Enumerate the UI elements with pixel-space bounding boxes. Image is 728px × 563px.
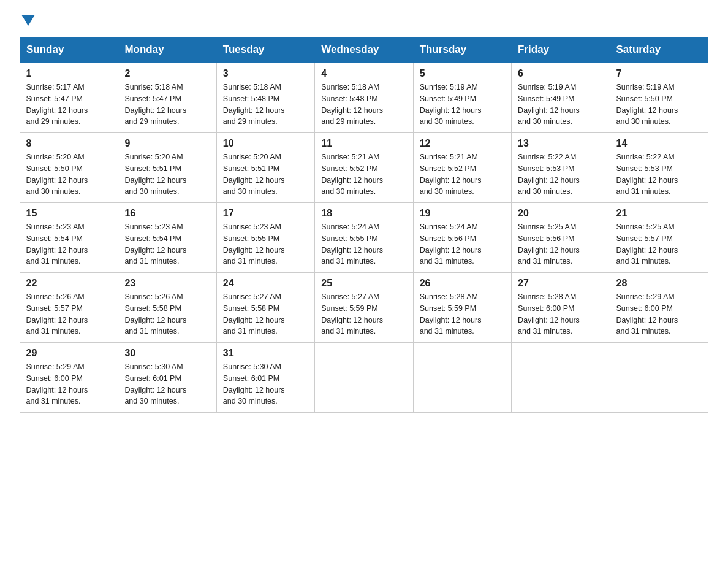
day-info: Sunrise: 5:30 AMSunset: 6:01 PMDaylight:… <box>223 362 285 405</box>
weekday-header-friday: Friday <box>512 37 610 63</box>
day-number: 4 <box>321 68 406 79</box>
calendar-day-cell: 16 Sunrise: 5:23 AMSunset: 5:54 PMDaylig… <box>118 203 216 273</box>
calendar-day-cell: 27 Sunrise: 5:28 AMSunset: 6:00 PMDaylig… <box>512 273 610 343</box>
day-info: Sunrise: 5:25 AMSunset: 5:57 PMDaylight:… <box>616 223 678 266</box>
calendar-day-cell: 20 Sunrise: 5:25 AMSunset: 5:56 PMDaylig… <box>512 203 610 273</box>
day-number: 26 <box>420 278 505 289</box>
calendar-day-cell: 11 Sunrise: 5:21 AMSunset: 5:52 PMDaylig… <box>315 133 413 203</box>
day-number: 10 <box>223 138 308 149</box>
calendar-day-cell: 25 Sunrise: 5:27 AMSunset: 5:59 PMDaylig… <box>315 273 413 343</box>
day-info: Sunrise: 5:19 AMSunset: 5:49 PMDaylight:… <box>420 83 482 126</box>
calendar-day-cell: 22 Sunrise: 5:26 AMSunset: 5:57 PMDaylig… <box>20 273 118 343</box>
calendar-day-cell: 23 Sunrise: 5:26 AMSunset: 5:58 PMDaylig… <box>118 273 216 343</box>
day-info: Sunrise: 5:23 AMSunset: 5:54 PMDaylight:… <box>124 223 186 266</box>
calendar-week-row: 1 Sunrise: 5:17 AMSunset: 5:47 PMDayligh… <box>20 63 708 133</box>
day-number: 14 <box>616 138 702 149</box>
calendar-day-cell: 12 Sunrise: 5:21 AMSunset: 5:52 PMDaylig… <box>413 133 511 203</box>
day-number: 3 <box>223 68 308 79</box>
calendar-day-cell: 31 Sunrise: 5:30 AMSunset: 6:01 PMDaylig… <box>216 343 314 413</box>
day-info: Sunrise: 5:18 AMSunset: 5:48 PMDaylight:… <box>223 83 285 126</box>
calendar-day-cell: 14 Sunrise: 5:22 AMSunset: 5:53 PMDaylig… <box>610 133 708 203</box>
day-info: Sunrise: 5:29 AMSunset: 6:00 PMDaylight:… <box>616 293 678 335</box>
calendar-table: SundayMondayTuesdayWednesdayThursdayFrid… <box>20 37 708 413</box>
calendar-day-cell: 21 Sunrise: 5:25 AMSunset: 5:57 PMDaylig… <box>610 203 708 273</box>
day-info: Sunrise: 5:22 AMSunset: 5:53 PMDaylight:… <box>518 153 580 196</box>
day-number: 22 <box>26 278 112 289</box>
calendar-day-cell <box>610 343 708 413</box>
day-number: 2 <box>124 68 210 79</box>
day-info: Sunrise: 5:19 AMSunset: 5:49 PMDaylight:… <box>518 83 580 126</box>
day-number: 19 <box>420 208 505 219</box>
calendar-day-cell: 2 Sunrise: 5:18 AMSunset: 5:47 PMDayligh… <box>118 63 216 133</box>
day-info: Sunrise: 5:23 AMSunset: 5:54 PMDaylight:… <box>26 223 88 266</box>
calendar-day-cell: 28 Sunrise: 5:29 AMSunset: 6:00 PMDaylig… <box>610 273 708 343</box>
day-info: Sunrise: 5:28 AMSunset: 6:00 PMDaylight:… <box>518 293 580 335</box>
day-info: Sunrise: 5:18 AMSunset: 5:48 PMDaylight:… <box>321 83 383 126</box>
day-number: 5 <box>420 68 505 79</box>
day-number: 1 <box>26 68 112 79</box>
day-info: Sunrise: 5:27 AMSunset: 5:59 PMDaylight:… <box>321 293 383 335</box>
weekday-header-thursday: Thursday <box>413 37 511 63</box>
day-number: 21 <box>616 208 702 219</box>
weekday-header-sunday: Sunday <box>20 37 118 63</box>
day-info: Sunrise: 5:19 AMSunset: 5:50 PMDaylight:… <box>616 83 678 126</box>
svg-marker-0 <box>21 15 35 26</box>
day-info: Sunrise: 5:18 AMSunset: 5:47 PMDaylight:… <box>124 83 186 126</box>
calendar-day-cell: 10 Sunrise: 5:20 AMSunset: 5:51 PMDaylig… <box>216 133 314 203</box>
day-number: 15 <box>26 208 112 219</box>
calendar-day-cell: 18 Sunrise: 5:24 AMSunset: 5:55 PMDaylig… <box>315 203 413 273</box>
weekday-header-wednesday: Wednesday <box>315 37 413 63</box>
day-number: 31 <box>223 348 308 359</box>
weekday-header-saturday: Saturday <box>610 37 708 63</box>
calendar-body: 1 Sunrise: 5:17 AMSunset: 5:47 PMDayligh… <box>20 63 708 413</box>
calendar-day-cell: 1 Sunrise: 5:17 AMSunset: 5:47 PMDayligh… <box>20 63 118 133</box>
calendar-day-cell: 13 Sunrise: 5:22 AMSunset: 5:53 PMDaylig… <box>512 133 610 203</box>
day-number: 28 <box>616 278 702 289</box>
calendar-day-cell <box>413 343 511 413</box>
weekday-header-monday: Monday <box>118 37 216 63</box>
calendar-day-cell: 15 Sunrise: 5:23 AMSunset: 5:54 PMDaylig… <box>20 203 118 273</box>
day-info: Sunrise: 5:20 AMSunset: 5:50 PMDaylight:… <box>26 153 88 196</box>
day-number: 6 <box>518 68 603 79</box>
day-number: 27 <box>518 278 603 289</box>
calendar-day-cell: 7 Sunrise: 5:19 AMSunset: 5:50 PMDayligh… <box>610 63 708 133</box>
day-info: Sunrise: 5:28 AMSunset: 5:59 PMDaylight:… <box>420 293 482 335</box>
calendar-day-cell: 30 Sunrise: 5:30 AMSunset: 6:01 PMDaylig… <box>118 343 216 413</box>
calendar-day-cell <box>315 343 413 413</box>
day-info: Sunrise: 5:22 AMSunset: 5:53 PMDaylight:… <box>616 153 678 196</box>
day-number: 9 <box>124 138 210 149</box>
logo-triangle-icon <box>21 15 35 28</box>
calendar-day-cell <box>512 343 610 413</box>
calendar-day-cell: 8 Sunrise: 5:20 AMSunset: 5:50 PMDayligh… <box>20 133 118 203</box>
day-info: Sunrise: 5:25 AMSunset: 5:56 PMDaylight:… <box>518 223 580 266</box>
day-info: Sunrise: 5:29 AMSunset: 6:00 PMDaylight:… <box>26 362 88 405</box>
calendar-week-row: 8 Sunrise: 5:20 AMSunset: 5:50 PMDayligh… <box>20 133 708 203</box>
day-info: Sunrise: 5:26 AMSunset: 5:57 PMDaylight:… <box>26 293 88 335</box>
calendar-week-row: 29 Sunrise: 5:29 AMSunset: 6:00 PMDaylig… <box>20 343 708 413</box>
day-info: Sunrise: 5:23 AMSunset: 5:55 PMDaylight:… <box>223 223 285 266</box>
day-info: Sunrise: 5:27 AMSunset: 5:58 PMDaylight:… <box>223 293 285 335</box>
day-info: Sunrise: 5:24 AMSunset: 5:56 PMDaylight:… <box>420 223 482 266</box>
calendar-day-cell: 19 Sunrise: 5:24 AMSunset: 5:56 PMDaylig… <box>413 203 511 273</box>
calendar-day-cell: 4 Sunrise: 5:18 AMSunset: 5:48 PMDayligh… <box>315 63 413 133</box>
weekday-header-tuesday: Tuesday <box>216 37 314 63</box>
day-number: 8 <box>26 138 112 149</box>
day-info: Sunrise: 5:21 AMSunset: 5:52 PMDaylight:… <box>321 153 383 196</box>
day-number: 24 <box>223 278 308 289</box>
day-info: Sunrise: 5:26 AMSunset: 5:58 PMDaylight:… <box>124 293 186 335</box>
day-number: 29 <box>26 348 112 359</box>
day-number: 12 <box>420 138 505 149</box>
calendar-week-row: 22 Sunrise: 5:26 AMSunset: 5:57 PMDaylig… <box>20 273 708 343</box>
day-number: 18 <box>321 208 406 219</box>
day-number: 25 <box>321 278 406 289</box>
day-number: 11 <box>321 138 406 149</box>
day-info: Sunrise: 5:21 AMSunset: 5:52 PMDaylight:… <box>420 153 482 196</box>
day-info: Sunrise: 5:20 AMSunset: 5:51 PMDaylight:… <box>223 153 285 196</box>
calendar-week-row: 15 Sunrise: 5:23 AMSunset: 5:54 PMDaylig… <box>20 203 708 273</box>
day-number: 13 <box>518 138 603 149</box>
calendar-header-row: SundayMondayTuesdayWednesdayThursdayFrid… <box>20 37 708 63</box>
day-info: Sunrise: 5:17 AMSunset: 5:47 PMDaylight:… <box>26 83 88 126</box>
day-number: 23 <box>124 278 210 289</box>
calendar-day-cell: 24 Sunrise: 5:27 AMSunset: 5:58 PMDaylig… <box>216 273 314 343</box>
day-number: 30 <box>124 348 210 359</box>
